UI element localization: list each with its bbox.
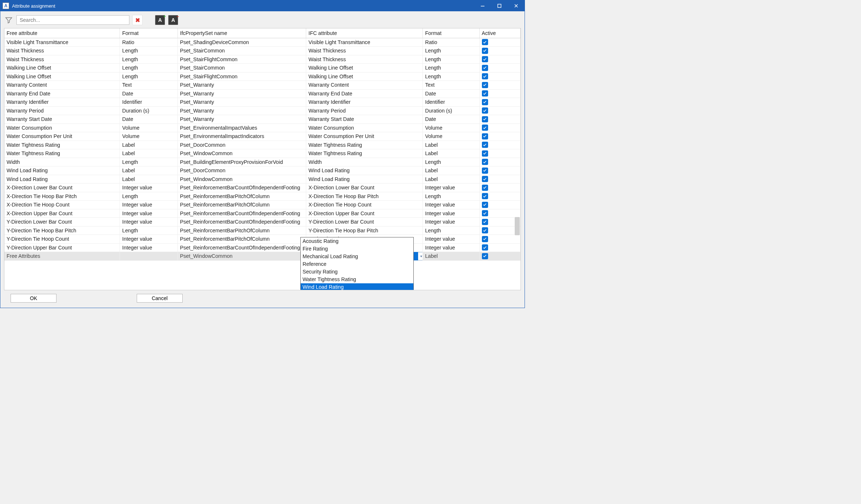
table-row[interactable]: Water Tightness RatingLabelPset_WindowCo… — [4, 149, 521, 158]
cell-active[interactable] — [479, 141, 520, 149]
cell-ifc-attribute[interactable]: Visible Light Transmittance — [306, 38, 423, 47]
cell-free-attribute[interactable]: Y-Direction Upper Bar Count — [4, 243, 120, 252]
cell-ifc-attribute[interactable]: X-Direction Tie Hoop Bar Pitch — [306, 192, 423, 201]
col-format-1[interactable]: Format — [120, 28, 178, 38]
cell-free-attribute[interactable]: Walking Line Offset — [4, 72, 120, 81]
cell-format-2[interactable]: Volume — [423, 123, 479, 132]
col-ifc-attribute[interactable]: IFC attribute — [306, 28, 423, 38]
table-row[interactable]: Walking Line OffsetLengthPset_StairFligh… — [4, 72, 521, 81]
cell-format-2[interactable]: Date — [423, 115, 479, 124]
cell-format-2[interactable]: Integer value — [423, 243, 479, 252]
table-row[interactable]: WidthLengthPset_BuildingElementProxyProv… — [4, 158, 521, 166]
cell-ifc-attribute[interactable]: Warranty Start Date — [306, 115, 423, 124]
table-row[interactable]: Visible Light TransmittanceRatioPset_Sha… — [4, 38, 521, 47]
cell-format-1[interactable]: Length — [120, 192, 178, 201]
cell-active[interactable] — [479, 72, 520, 81]
cancel-button[interactable]: Cancel — [137, 294, 183, 303]
cell-free-attribute[interactable]: Waist Thickness — [4, 47, 120, 55]
cell-format-1[interactable]: Length — [120, 158, 178, 166]
cell-pset[interactable]: Pset_ReinforcementBarPitchOfColumn — [178, 192, 306, 201]
table-row[interactable]: Water Consumption Per UnitVolumePset_Env… — [4, 132, 521, 141]
cell-free-attribute[interactable]: Warranty Identifier — [4, 98, 120, 107]
cell-free-attribute[interactable]: Warranty Period — [4, 106, 120, 115]
dropdown-item[interactable]: Fire Rating — [301, 245, 413, 253]
remove-attribute-button[interactable]: A – — [168, 15, 178, 25]
active-checkbox[interactable] — [482, 210, 488, 216]
table-row[interactable]: Warranty End DateDatePset_WarrantyWarran… — [4, 89, 521, 98]
cell-active[interactable] — [479, 38, 520, 47]
cell-free-attribute[interactable]: Visible Light Transmittance — [4, 38, 120, 47]
cell-format-2[interactable]: Integer value — [423, 201, 479, 209]
cell-format-2[interactable]: Integer value — [423, 218, 479, 227]
dropdown-item[interactable]: Acoustic Rating — [301, 237, 413, 245]
cell-pset[interactable]: Pset_ReinforcementBarCountOfIndependentF… — [178, 218, 306, 227]
cell-active[interactable] — [479, 89, 520, 98]
cell-format-1[interactable]: Volume — [120, 132, 178, 141]
cell-free-attribute[interactable]: Walking Line Offset — [4, 64, 120, 72]
cell-format-1[interactable]: Integer value — [120, 184, 178, 192]
cell-pset[interactable]: Pset_ReinforcementBarCountOfIndependentF… — [178, 243, 306, 252]
cell-format-1[interactable]: Integer value — [120, 235, 178, 244]
cell-format-1[interactable]: Volume — [120, 123, 178, 132]
cell-format-1[interactable]: Label — [120, 166, 178, 175]
cell-pset[interactable]: Pset_StairFlightCommon — [178, 55, 306, 64]
cell-free-attribute[interactable]: Warranty Start Date — [4, 115, 120, 124]
active-checkbox[interactable] — [482, 56, 488, 62]
cell-format-2[interactable]: Date — [423, 89, 479, 98]
close-button[interactable] — [508, 0, 525, 11]
table-row[interactable]: X-Direction Lower Bar CountInteger value… — [4, 184, 521, 192]
table-row[interactable]: Y-Direction Tie Hoop Bar PitchLengthPset… — [4, 226, 521, 235]
cell-format-2[interactable]: Length — [423, 72, 479, 81]
cell-format-2[interactable]: Length — [423, 47, 479, 55]
cell-ifc-attribute[interactable]: Warranty Period — [306, 106, 423, 115]
maximize-button[interactable] — [491, 0, 508, 11]
table-row[interactable]: X-Direction Tie Hoop CountInteger valueP… — [4, 201, 521, 209]
cell-free-attribute[interactable]: Water Consumption Per Unit — [4, 132, 120, 141]
cell-ifc-attribute[interactable]: Water Consumption Per Unit — [306, 132, 423, 141]
active-checkbox[interactable] — [482, 65, 488, 71]
cell-active[interactable] — [479, 132, 520, 141]
cell-free-attribute[interactable]: Wind Load Rating — [4, 175, 120, 184]
cell-format-1[interactable]: Length — [120, 226, 178, 235]
cell-format-2[interactable]: Label — [423, 175, 479, 184]
cell-pset[interactable]: Pset_Warranty — [178, 81, 306, 90]
cell-active[interactable] — [479, 166, 520, 175]
cell-free-attribute[interactable]: Warranty Content — [4, 81, 120, 90]
dropdown-item[interactable]: Wind Load Rating — [301, 283, 413, 290]
cell-pset[interactable]: Pset_BuildingElementProxyProvisionForVoi… — [178, 158, 306, 166]
col-ifcpropertyset[interactable]: IfcPropertySet name — [178, 28, 306, 38]
cell-ifc-attribute[interactable]: Water Tightness Rating — [306, 141, 423, 149]
col-active[interactable]: Active — [479, 28, 520, 38]
dropdown-item[interactable]: Mechanical Load Rating — [301, 253, 413, 260]
clear-search-button[interactable]: ✖ — [132, 15, 143, 25]
active-checkbox[interactable] — [482, 116, 488, 122]
cell-pset[interactable]: Pset_ReinforcementBarPitchOfColumn — [178, 235, 306, 244]
cell-format-2[interactable]: Label — [423, 141, 479, 149]
cell-active[interactable] — [479, 201, 520, 209]
cell-format-2[interactable]: Length — [423, 158, 479, 166]
active-checkbox[interactable] — [482, 90, 488, 97]
active-checkbox[interactable] — [482, 142, 488, 148]
dropdown-item[interactable]: Reference — [301, 260, 413, 268]
search-input[interactable] — [16, 15, 129, 25]
active-checkbox[interactable] — [482, 193, 488, 199]
cell-format-2[interactable]: Label — [423, 166, 479, 175]
cell-format-2[interactable]: Integer value — [423, 235, 479, 244]
cell-free-attribute[interactable]: X-Direction Tie Hoop Count — [4, 201, 120, 209]
cell-pset[interactable]: Pset_WindowCommon — [178, 252, 306, 261]
active-checkbox[interactable] — [482, 227, 488, 233]
active-checkbox[interactable] — [482, 253, 488, 259]
cell-active[interactable] — [479, 81, 520, 90]
active-checkbox[interactable] — [482, 99, 488, 105]
cell-ifc-attribute[interactable]: Walking Line Offset — [306, 72, 423, 81]
cell-free-attribute[interactable]: Free Attributes — [4, 252, 120, 261]
active-checkbox[interactable] — [482, 107, 488, 114]
cell-ifc-attribute[interactable]: Y-Direction Tie Hoop Bar Pitch — [306, 226, 423, 235]
active-checkbox[interactable] — [482, 176, 488, 182]
active-checkbox[interactable] — [482, 185, 488, 191]
active-checkbox[interactable] — [482, 236, 488, 242]
cell-free-attribute[interactable]: Wind Load Rating — [4, 166, 120, 175]
edit-row[interactable]: Free AttributesPset_WindowCommonWind Loa… — [4, 252, 521, 261]
cell-ifc-attribute[interactable]: Waist Thickness — [306, 47, 423, 55]
cell-format-1[interactable]: Integer value — [120, 218, 178, 227]
